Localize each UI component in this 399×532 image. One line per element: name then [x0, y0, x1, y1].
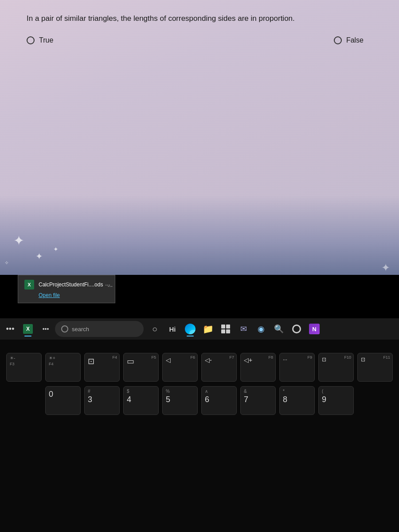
key-4[interactable]: $ 4	[123, 386, 159, 415]
key-f4[interactable]: ☀+ F4	[45, 353, 81, 382]
taskbar-folder[interactable]: 📁	[200, 321, 216, 337]
taskbar-clock[interactable]: ◉	[253, 321, 270, 337]
key-f7[interactable]: ◁- F7	[201, 353, 237, 382]
answer-false-label: False	[346, 36, 364, 44]
sparkle-1: ✦	[13, 233, 24, 248]
keyboard-fn-row: ☀- F3 ☀+ F4 ⊡ F4 ▭ F5 ◁ F6 ◁- F7	[9, 353, 390, 382]
magnify-icon: 🔍	[274, 324, 284, 334]
sparkle-4: ✧	[4, 260, 9, 266]
taskbar-widgets[interactable]: Hi	[164, 321, 181, 337]
start-circle-icon: ○	[152, 324, 157, 334]
answer-true[interactable]: True	[27, 36, 53, 44]
cortana-icon	[292, 325, 301, 333]
key-f3[interactable]: ☀- F3	[6, 353, 42, 382]
answer-true-label: True	[39, 36, 53, 44]
taskbar-excel-icon[interactable]: X	[20, 321, 36, 337]
key-f6[interactable]: ◁ F6	[162, 353, 198, 382]
sparkle-3: ✦	[53, 246, 59, 253]
taskbar-more-dots[interactable]: •••	[2, 321, 19, 337]
key-0[interactable]: 0	[45, 386, 81, 415]
folder-icon: 📁	[203, 324, 214, 334]
radio-true[interactable]	[27, 36, 35, 44]
n-app-icon: N	[309, 324, 320, 334]
keyboard-number-row: 0 # 3 $ 4 % 5 ∧ 6 & 7 * 8 ( 9	[9, 386, 390, 415]
key-f5[interactable]: ▭ F5	[123, 353, 159, 382]
answer-false[interactable]: False	[334, 36, 364, 44]
taskbar-magnify[interactable]: 🔍	[270, 321, 287, 337]
popup-open-link[interactable]: Open file	[24, 292, 109, 298]
excel-taskbar-icon: X	[23, 324, 33, 334]
key-f11[interactable]: ⊡ F11	[357, 353, 393, 382]
sparkle-2: ✦	[35, 251, 43, 262]
key-f4b[interactable]: ⊡ F4	[84, 353, 120, 382]
answer-options: True False	[27, 36, 372, 44]
keyboard-area: ☀- F3 ☀+ F4 ⊡ F4 ▭ F5 ◁ F6 ◁- F7	[0, 340, 399, 532]
taskbar-mail[interactable]: ✉	[235, 321, 252, 337]
clock-icon: ◉	[258, 324, 265, 334]
popup-file-row: X CalcProjectStudentFi....ods ...	[24, 280, 109, 289]
apps-grid-icon	[221, 325, 230, 333]
key-3[interactable]: # 3	[84, 386, 120, 415]
search-circle-icon	[61, 325, 68, 332]
widgets-icon: Hi	[169, 325, 176, 333]
excel-more-icon: •••	[43, 325, 49, 332]
key-f8[interactable]: ◁+ F8	[240, 353, 276, 382]
taskbar-edge[interactable]	[182, 321, 199, 337]
taskbar-start-circle[interactable]: ○	[146, 321, 163, 337]
key-f10[interactable]: ⊡ F10	[318, 353, 354, 382]
key-f9[interactable]: ··· F9	[279, 353, 315, 382]
star-decoration: ✦	[381, 262, 390, 274]
excel-icon: X	[24, 280, 34, 289]
taskbar-cortana[interactable]	[288, 321, 305, 337]
taskbar-search-box[interactable]: search	[55, 321, 144, 337]
key-8[interactable]: * 8	[279, 386, 315, 415]
edge-icon	[185, 324, 196, 334]
quiz-area: In a pair of similar triangles, the leng…	[0, 0, 399, 275]
popup-filename: CalcProjectStudentFi....ods	[39, 282, 103, 288]
key-5[interactable]: % 5	[162, 386, 198, 415]
taskbar-apps-grid[interactable]	[217, 321, 234, 337]
taskbar-excel-more[interactable]: •••	[37, 321, 54, 337]
key-7[interactable]: & 7	[240, 386, 276, 415]
taskbar: ••• X ••• search ○ Hi 📁 ✉ ◉	[0, 318, 399, 340]
taskbar-popup: X CalcProjectStudentFi....ods ... Open f…	[18, 275, 115, 303]
taskbar-n-app[interactable]: N	[306, 321, 323, 337]
search-placeholder: search	[72, 326, 89, 332]
decorative-bottom: ✦ ✦ ✦ ✧	[0, 195, 399, 275]
mail-icon: ✉	[240, 324, 247, 334]
popup-more-btn-right[interactable]: ...	[105, 280, 110, 287]
key-9[interactable]: ( 9	[318, 386, 354, 415]
key-6[interactable]: ∧ 6	[201, 386, 237, 415]
radio-false[interactable]	[334, 36, 342, 44]
more-dots-icon: •••	[6, 325, 15, 334]
question-text: In a pair of similar triangles, the leng…	[27, 13, 372, 24]
